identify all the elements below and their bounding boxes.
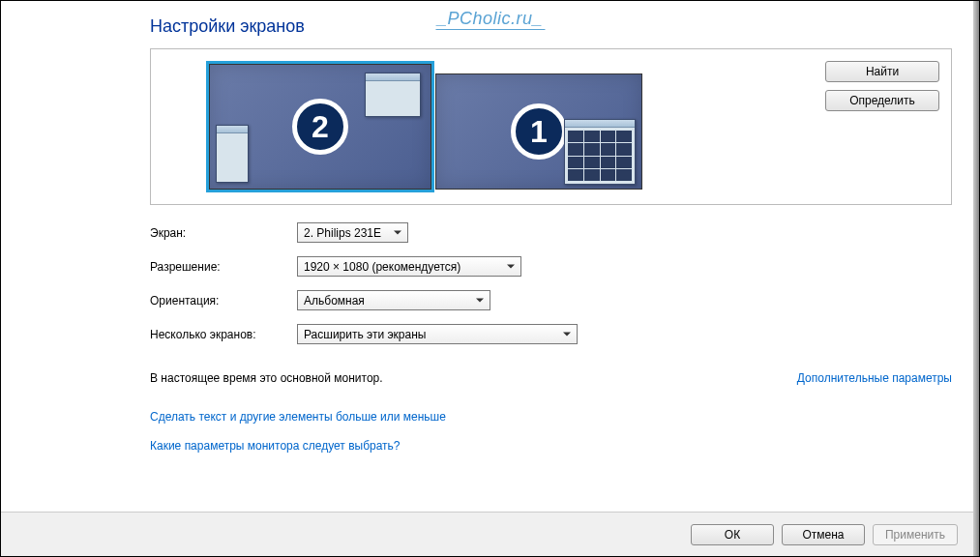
monitor-side-buttons: Найти Определить	[825, 61, 939, 111]
resolution-value: 1920 × 1080 (рекомендуется)	[304, 260, 460, 274]
dialog-footer: ОК Отмена Применить	[1, 512, 979, 556]
page-title: Настройки экранов	[150, 16, 952, 37]
orientation-label: Ориентация:	[150, 294, 297, 308]
settings-panel: Настройки экранов Найти Определить 2 1	[1, 1, 979, 512]
ok-button[interactable]: ОК	[691, 524, 774, 545]
window-border	[973, 1, 979, 556]
monitor-1[interactable]: 1	[435, 73, 642, 190]
monitor-icons: 2 1	[209, 64, 642, 190]
identify-button[interactable]: Определить	[825, 90, 939, 111]
orientation-dropdown[interactable]: Альбомная	[297, 290, 490, 310]
monitor-number-badge: 1	[511, 103, 567, 160]
settings-form: Экран: 2. Philips 231E Разрешение: 1920 …	[150, 222, 952, 460]
mini-panel-icon	[216, 125, 249, 183]
display-label: Экран:	[150, 226, 297, 240]
monitor-number-badge: 2	[292, 99, 348, 155]
resolution-dropdown[interactable]: 1920 × 1080 (рекомендуется)	[297, 256, 521, 277]
monitor-2[interactable]: 2	[209, 64, 431, 190]
resolution-label: Разрешение:	[150, 260, 297, 274]
main-display-status: В настоящее время это основной монитор.	[150, 371, 383, 385]
watermark-text: _PCholic.ru_	[435, 9, 545, 30]
multiple-displays-value: Расширить эти экраны	[304, 328, 426, 341]
mini-calculator-icon	[564, 119, 636, 185]
display-value: 2. Philips 231E	[304, 226, 381, 240]
multiple-displays-dropdown[interactable]: Расширить эти экраны	[297, 324, 578, 344]
multiple-displays-label: Несколько экранов:	[150, 328, 297, 341]
cancel-button[interactable]: Отмена	[782, 524, 865, 545]
orientation-value: Альбомная	[304, 294, 365, 308]
which-settings-link[interactable]: Какие параметры монитора следует выбрать…	[150, 439, 401, 453]
detect-button[interactable]: Найти	[825, 61, 939, 82]
mini-window-icon	[365, 73, 421, 117]
advanced-settings-link[interactable]: Дополнительные параметры	[797, 371, 952, 385]
apply-button: Применить	[873, 524, 958, 545]
monitor-arrangement-frame: Найти Определить 2 1	[150, 48, 952, 205]
text-size-link[interactable]: Сделать текст и другие элементы больше и…	[150, 410, 446, 424]
display-dropdown[interactable]: 2. Philips 231E	[297, 222, 408, 243]
